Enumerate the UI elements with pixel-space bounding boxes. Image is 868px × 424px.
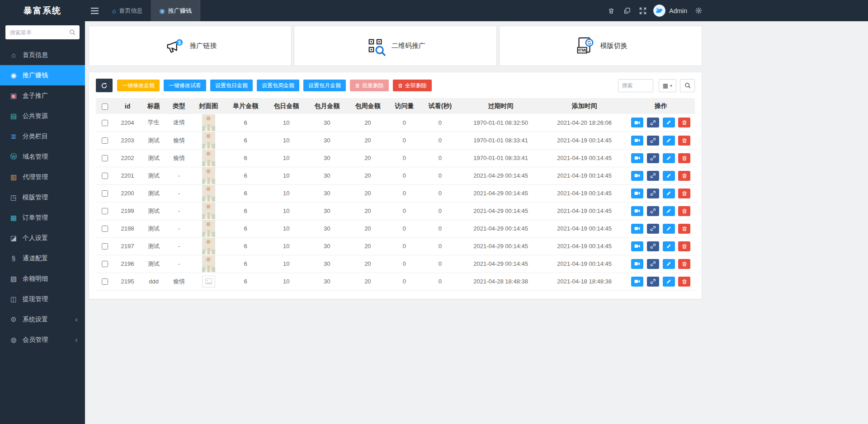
promo-link-card[interactable]: $ 推广链接 xyxy=(89,26,292,66)
copy-link-button[interactable] xyxy=(647,206,659,216)
delete-button[interactable] xyxy=(678,188,690,198)
row-checkbox[interactable] xyxy=(102,190,108,197)
preview-video-button[interactable] xyxy=(631,153,643,163)
row-checkbox[interactable] xyxy=(102,243,108,250)
copy-link-button[interactable] xyxy=(647,153,659,163)
cover-image[interactable] xyxy=(202,185,215,202)
preview-video-button[interactable] xyxy=(631,206,643,216)
menu-search-input[interactable] xyxy=(5,25,80,39)
sidebar-item-domain-management[interactable]: Ⓦ 域名管理 xyxy=(0,146,85,167)
sidebar-item-template-management[interactable]: ◳ 模版管理 xyxy=(0,187,85,207)
preview-video-button[interactable] xyxy=(631,241,643,251)
sidebar-item-system-settings[interactable]: ⚙ 系统设置 ‹ xyxy=(0,309,85,330)
row-checkbox[interactable] xyxy=(102,120,108,126)
settings-gear-button[interactable] xyxy=(691,0,707,21)
delete-button[interactable] xyxy=(678,241,690,251)
preview-video-button[interactable] xyxy=(631,188,643,198)
cover-image[interactable] xyxy=(202,132,215,149)
delete-button[interactable] xyxy=(678,277,690,287)
qrcode-promo-card[interactable]: 二维码推广 xyxy=(294,26,497,66)
columns-toggle-button[interactable]: ▦▾ xyxy=(659,79,676,92)
edit-button[interactable] xyxy=(663,259,675,269)
cover-image[interactable] xyxy=(202,167,215,184)
delete-button[interactable] xyxy=(678,153,690,163)
cover-image[interactable] xyxy=(202,255,215,272)
preview-video-button[interactable] xyxy=(631,118,643,127)
cover-image[interactable] xyxy=(202,114,215,131)
copy-link-button[interactable] xyxy=(647,118,659,127)
sidebar-item-promotion-earn[interactable]: ◉ 推广赚钱 xyxy=(0,65,85,85)
row-checkbox[interactable] xyxy=(102,278,108,285)
delete-all-button[interactable]: 全部删除 xyxy=(393,80,432,91)
table-search-input[interactable] xyxy=(618,79,653,92)
sidebar-item-profile-settings[interactable]: ◪ 个人设置 xyxy=(0,228,85,248)
sidebar-item-public-resources[interactable]: ▤ 公共资源 xyxy=(0,106,85,126)
delete-button[interactable] xyxy=(678,171,690,181)
template-switch-card[interactable]: HTML 模版切换 xyxy=(499,26,702,66)
tab-promotion-earn[interactable]: ◉ 推广赚钱 xyxy=(151,0,200,21)
edit-button[interactable] xyxy=(663,171,675,181)
edit-button[interactable] xyxy=(663,188,675,198)
menu-toggle-button[interactable] xyxy=(85,0,104,21)
select-all-checkbox[interactable] xyxy=(102,104,108,110)
delete-button[interactable] xyxy=(678,118,690,127)
copy-link-button[interactable] xyxy=(647,136,659,146)
row-checkbox[interactable] xyxy=(102,155,108,161)
cover-image[interactable] xyxy=(202,203,215,219)
refresh-button[interactable] xyxy=(96,79,113,92)
sidebar-item-balance-details[interactable]: ▧ 余额明细 xyxy=(0,269,85,289)
sidebar-item-withdraw-management[interactable]: ◫ 提现管理 xyxy=(0,289,85,309)
sidebar-item-box-promotion[interactable]: ▣ 盒子推广 xyxy=(0,85,85,106)
sidebar-item-member-management[interactable]: ◍ 会员管理 ‹ xyxy=(0,330,85,350)
copy-link-button[interactable] xyxy=(647,224,659,234)
sidebar-item-agent-management[interactable]: ▥ 代理管理 xyxy=(0,167,85,187)
row-checkbox[interactable] xyxy=(102,173,108,179)
copy-link-button[interactable] xyxy=(647,277,659,287)
clear-cache-button[interactable] xyxy=(619,0,635,21)
row-checkbox[interactable] xyxy=(102,137,108,144)
preview-video-button[interactable] xyxy=(631,259,643,269)
clear-recycle-button[interactable] xyxy=(603,0,619,21)
edit-button[interactable] xyxy=(663,136,675,146)
edit-button[interactable] xyxy=(663,241,675,251)
sidebar-item-channel-config[interactable]: § 通道配置 xyxy=(0,248,85,269)
sidebar-item-home-info[interactable]: ⌂ 首页信息 xyxy=(0,45,85,65)
broken-cover-image[interactable] xyxy=(202,276,215,287)
table-search-button[interactable] xyxy=(680,79,695,92)
copy-link-button[interactable] xyxy=(647,171,659,181)
cover-image[interactable] xyxy=(202,150,215,166)
copy-link-button[interactable] xyxy=(647,241,659,251)
edit-button[interactable] xyxy=(663,277,675,287)
avatar[interactable] xyxy=(653,5,665,17)
username[interactable]: Admin xyxy=(669,7,687,14)
sidebar-item-order-management[interactable]: ▦ 订单管理 xyxy=(0,207,85,228)
preview-video-button[interactable] xyxy=(631,171,643,181)
delete-button[interactable] xyxy=(678,224,690,234)
modify-amount-button[interactable]: 一键修改金额 xyxy=(117,80,160,91)
edit-button[interactable] xyxy=(663,206,675,216)
edit-button[interactable] xyxy=(663,118,675,127)
delete-button[interactable] xyxy=(678,136,690,146)
modify-preview-button[interactable]: 一键修改试看 xyxy=(164,80,206,91)
row-checkbox[interactable] xyxy=(102,226,108,232)
edit-button[interactable] xyxy=(663,153,675,163)
set-monthly-amount-button[interactable]: 设置包月金额 xyxy=(303,80,346,91)
preview-video-button[interactable] xyxy=(631,136,643,146)
delete-button[interactable] xyxy=(678,259,690,269)
cover-image[interactable] xyxy=(202,220,215,237)
row-checkbox[interactable] xyxy=(102,208,108,214)
tab-home-info[interactable]: ⌂ 首页信息 xyxy=(104,0,151,21)
fullscreen-button[interactable] xyxy=(635,0,651,21)
set-daily-amount-button[interactable]: 设置包日金额 xyxy=(210,80,253,91)
sidebar-item-categories[interactable]: ≣ 分类栏目 xyxy=(0,126,85,146)
row-checkbox[interactable] xyxy=(102,261,108,267)
cover-image[interactable] xyxy=(202,238,215,254)
delete-button[interactable] xyxy=(678,206,690,216)
preview-video-button[interactable] xyxy=(631,277,643,287)
edit-button[interactable] xyxy=(663,224,675,234)
copy-link-button[interactable] xyxy=(647,259,659,269)
batch-delete-button[interactable]: 批量删除 xyxy=(350,80,389,91)
copy-link-button[interactable] xyxy=(647,188,659,198)
set-weekly-amount-button[interactable]: 设置包周金额 xyxy=(257,80,299,91)
preview-video-button[interactable] xyxy=(631,224,643,234)
